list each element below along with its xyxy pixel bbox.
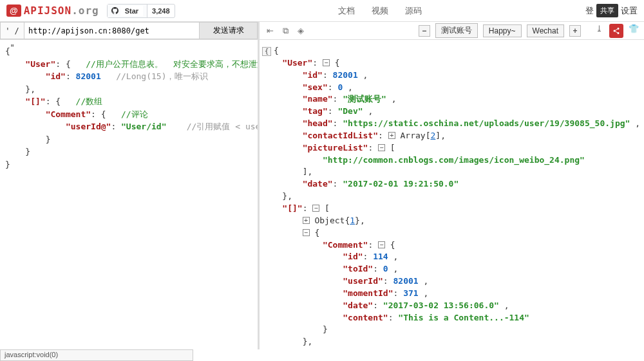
settings-link[interactable]: 设置 [621,5,638,17]
toggle-icon[interactable]: − [378,144,385,151]
add-tab-button[interactable]: + [569,25,581,37]
shirt-icon[interactable]: 👕 [629,24,639,34]
toggle-icon[interactable]: − [312,205,319,212]
toggle-icon[interactable]: − [303,229,310,236]
method-box[interactable]: ' / " [0,22,24,39]
github-icon [111,7,118,14]
collapse-root-button[interactable]: { [262,47,271,56]
nav-center: 文档 视频 源码 [175,5,585,17]
main: { "User": { //用户公开信息表。 对安全要求高，不想泄漏真实名称。对… [0,40,644,349]
toggle-icon[interactable]: − [378,241,385,248]
nav-source[interactable]: 源码 [405,5,422,17]
request-editor[interactable]: { "User": { //用户公开信息表。 对安全要求高，不想泄漏真实名称。对… [0,40,258,349]
nav-right: 登 共享 设置 [585,4,638,17]
toggle-icon[interactable]: + [388,132,395,139]
share-icon [612,27,620,35]
nav-video[interactable]: 视频 [372,5,388,17]
url-input[interactable] [24,22,200,39]
collapse-icon[interactable]: ⇤ [265,26,275,36]
toggle-icon[interactable]: + [303,217,310,224]
github-star[interactable]: Star 3,248 [107,4,175,18]
toolbar: ' / " 发送请求 ⇤ ⧉ ◈ − 测试账号 Happy~ Wechat + … [0,22,644,40]
star-count: 3,248 [147,6,175,16]
send-button[interactable]: 发送请求 [200,22,258,39]
logo-badge: @ [6,5,21,17]
nav-docs[interactable]: 文档 [338,5,355,17]
statusbar: javascript:void(0) [0,349,193,361]
header: @ APIJSON.org Star 3,248 文档 视频 源码 登 共享 设… [0,0,644,22]
copy-icon[interactable]: ⧉ [280,26,290,36]
login-link[interactable]: 登 [585,5,594,17]
share-button[interactable] [609,24,623,38]
share-badge[interactable]: 共享 [596,4,618,17]
tab-wechat[interactable]: Wechat [527,24,564,37]
download-icon[interactable]: ⤓ [594,24,604,34]
toggle-icon[interactable]: − [323,59,330,66]
layers-icon[interactable]: ◈ [296,26,306,36]
tab-happy[interactable]: Happy~ [483,24,522,37]
response-viewer[interactable]: {{ "User": − { "id": 82001 , "sex": 0 , … [258,40,644,349]
logo[interactable]: APIJSON.org [24,5,99,17]
remove-tab-button[interactable]: − [419,25,430,37]
tab-account[interactable]: 测试账号 [435,23,478,38]
